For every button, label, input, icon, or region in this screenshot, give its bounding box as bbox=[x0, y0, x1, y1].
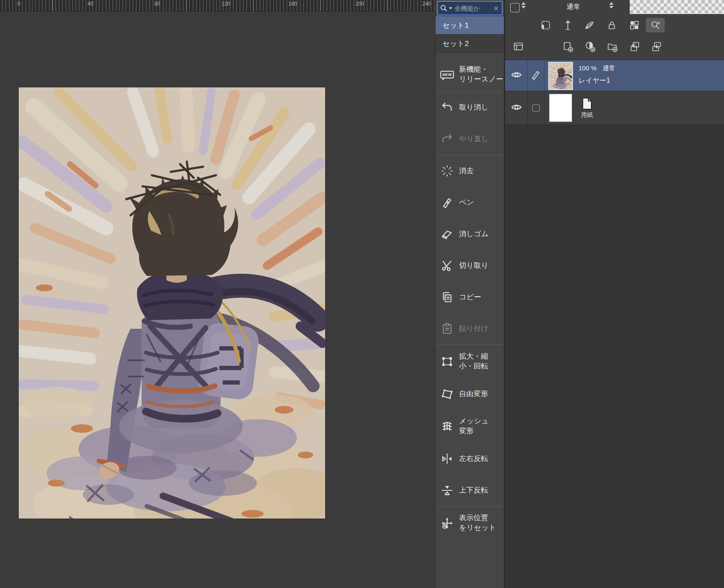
layer-visibility-toggle[interactable] bbox=[505, 91, 528, 125]
qa-item-label: 消しゴム bbox=[459, 229, 488, 239]
undo-icon bbox=[441, 101, 454, 114]
eye-icon bbox=[511, 101, 522, 115]
chevron-down-icon[interactable] bbox=[449, 7, 452, 9]
clear-icon bbox=[441, 165, 454, 177]
palette-search-box[interactable]: ✕ bbox=[437, 1, 503, 15]
layer-name: 用紙 bbox=[581, 111, 593, 119]
qa-item-label: 拡大・縮 小・回転 bbox=[459, 352, 488, 371]
pen-icon bbox=[441, 196, 454, 209]
layer-row-layer1[interactable]: 100 % 通常 レイヤー1 bbox=[505, 60, 724, 91]
qa-item-flip-horizontal[interactable]: 左右反転 bbox=[436, 443, 504, 475]
qa-item-copy[interactable]: コピー bbox=[436, 281, 504, 313]
layer-command-row bbox=[505, 38, 724, 56]
chevron-up-icon[interactable] bbox=[521, 2, 526, 5]
layer-opacity: 100 % bbox=[579, 64, 597, 72]
new-badge: NEW bbox=[440, 71, 454, 78]
ruler-label: 240 bbox=[422, 1, 431, 7]
chevron-down-icon[interactable] bbox=[609, 6, 614, 9]
layer-search-icon bbox=[650, 20, 661, 31]
quick-access-list: NEW 新機能・ リリースノー 取り消し やり直し bbox=[436, 58, 504, 540]
qa-item-label: 貼り付け bbox=[459, 324, 488, 334]
qa-set-label: セット1 bbox=[442, 20, 469, 30]
canvas-area: 0 40 80 120 160 200 240 bbox=[0, 0, 435, 588]
qa-item-label: 表示位置 をリセット bbox=[459, 513, 496, 533]
new-release-icon: NEW bbox=[441, 68, 454, 81]
qa-item-new-features[interactable]: NEW 新機能・ リリースノー bbox=[436, 58, 504, 91]
free-transform-icon bbox=[441, 388, 454, 400]
close-search-icon[interactable]: ✕ bbox=[492, 4, 500, 12]
blend-mode-value: 通常 bbox=[567, 3, 580, 12]
new-correction-layer-button[interactable] bbox=[583, 39, 597, 54]
qa-item-free-transform[interactable]: 自由変形 bbox=[436, 378, 504, 410]
merge-down-icon bbox=[651, 41, 662, 52]
transfer-layer-button[interactable] bbox=[628, 39, 642, 54]
paper-layer-info: 用紙 bbox=[581, 91, 593, 125]
reference-layer-icon bbox=[562, 20, 573, 31]
clipping-button[interactable] bbox=[538, 18, 553, 32]
layer-select-checkbox[interactable] bbox=[528, 91, 544, 125]
list-icon bbox=[513, 41, 524, 52]
new-folder-button[interactable] bbox=[605, 39, 619, 54]
layer-visibility-toggle[interactable] bbox=[505, 60, 528, 91]
layer-name: レイヤー1 bbox=[579, 76, 616, 85]
blend-mode-select[interactable]: 通常 bbox=[532, 1, 615, 13]
chevron-down-icon[interactable] bbox=[521, 6, 526, 9]
qa-item-label: 取り消し bbox=[459, 103, 488, 113]
qa-item-cut[interactable]: 切り取り bbox=[436, 250, 504, 281]
search-icon bbox=[440, 4, 448, 12]
search-input[interactable] bbox=[454, 4, 491, 12]
chevron-up-icon[interactable] bbox=[609, 2, 614, 5]
ruler-label: 200 bbox=[355, 1, 364, 7]
layer-panel-header: 通常 bbox=[505, 0, 724, 14]
draft-layer-button[interactable] bbox=[582, 18, 596, 32]
qa-item-label: ペン bbox=[459, 198, 474, 208]
qa-item-paste: 貼り付け bbox=[436, 313, 504, 345]
qa-item-undo[interactable]: 取り消し bbox=[436, 92, 504, 123]
reference-layer-button[interactable] bbox=[561, 18, 575, 32]
layer-search-button[interactable] bbox=[646, 18, 665, 32]
palette-list-button[interactable] bbox=[511, 39, 526, 54]
new-folder-icon bbox=[607, 41, 618, 52]
blend-mode-stepper[interactable] bbox=[609, 2, 614, 9]
qa-item-eraser[interactable]: 消しゴム bbox=[436, 218, 504, 250]
lock-transparent-button[interactable] bbox=[627, 18, 642, 32]
qa-set-2[interactable]: セット2 bbox=[436, 35, 504, 53]
thumbnail-size-stepper[interactable] bbox=[521, 2, 526, 9]
merge-layer-button[interactable] bbox=[649, 39, 664, 54]
qa-item-scale-rotate[interactable]: 拡大・縮 小・回転 bbox=[436, 345, 504, 378]
ruler-label: 120 bbox=[221, 1, 230, 7]
qa-item-label: 左右反転 bbox=[459, 454, 488, 464]
layer-blend-mode: 通常 bbox=[603, 64, 616, 72]
ruler-label: 160 bbox=[288, 1, 297, 7]
paper-thumbnail[interactable] bbox=[549, 94, 572, 122]
qa-item-label: コピー bbox=[459, 293, 481, 302]
qa-item-label: 切り取り bbox=[459, 261, 488, 271]
layer-row-paper[interactable]: 用紙 bbox=[505, 91, 724, 125]
canvas-document[interactable] bbox=[19, 87, 325, 518]
palette-display-icon[interactable] bbox=[510, 3, 520, 12]
qa-item-pen[interactable]: ペン bbox=[436, 187, 504, 218]
layer-list-empty-area bbox=[505, 125, 724, 588]
transparency-checker bbox=[630, 0, 724, 14]
lock-layer-button[interactable] bbox=[605, 18, 619, 32]
qa-item-clear[interactable]: 消去 bbox=[436, 155, 504, 187]
eye-icon bbox=[511, 69, 522, 82]
layer-edit-indicator bbox=[528, 60, 544, 91]
qa-item-flip-vertical[interactable]: 上下反転 bbox=[436, 475, 504, 506]
qa-set-label: セット2 bbox=[442, 39, 469, 49]
ruler-label: 0 bbox=[17, 1, 20, 7]
mesh-transform-icon bbox=[441, 420, 454, 433]
qa-set-1[interactable]: セット1 bbox=[436, 16, 504, 35]
qa-item-reset-view[interactable]: 表示位置 をリセット bbox=[436, 507, 504, 540]
paper-icon bbox=[582, 97, 593, 110]
layer-info: 100 % 通常 レイヤー1 bbox=[579, 60, 616, 91]
qa-item-mesh-transform[interactable]: メッシュ 変形 bbox=[436, 410, 504, 443]
redo-icon bbox=[441, 133, 454, 145]
new-layer-icon bbox=[562, 41, 573, 52]
layer-thumbnail[interactable] bbox=[548, 62, 573, 90]
reset-view-icon bbox=[441, 517, 454, 530]
layer-property-row bbox=[505, 17, 724, 35]
qa-item-label: 自由変形 bbox=[459, 389, 488, 399]
new-raster-layer-button[interactable] bbox=[561, 39, 575, 54]
copy-icon bbox=[441, 291, 454, 304]
